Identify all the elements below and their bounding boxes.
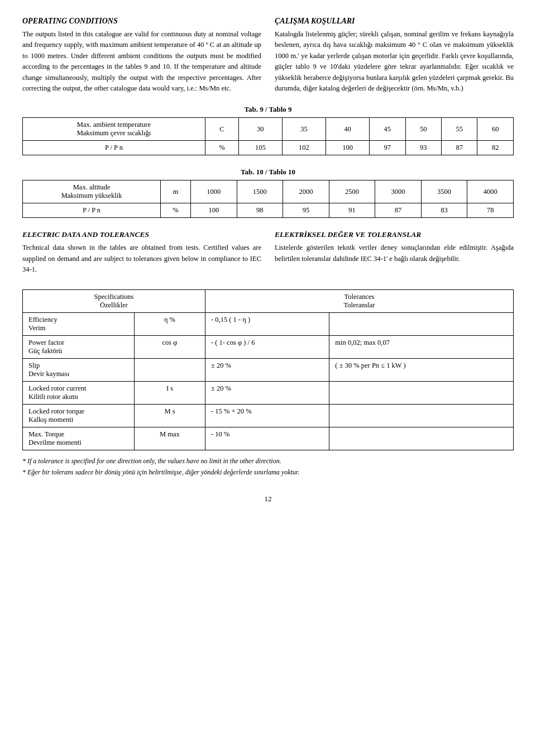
table10-row1-v2: 1500	[237, 180, 283, 203]
table-row: P / P n % 100 98 95 91 87 83 78	[23, 203, 514, 218]
table10-row1-label: Max. altitudeMaksimum yükseklik	[23, 180, 161, 203]
tol-symbol-5: M max	[135, 427, 205, 450]
tol-spec-0: EfficiencyVerim	[23, 313, 135, 336]
electric-right: ELEKTRİKSEL DEĞER VE TOLERANSLAR Listele…	[275, 230, 514, 284]
table10-row1-unit: m	[161, 180, 191, 203]
table9-row1-v2: 35	[282, 118, 326, 141]
table10-row1-v1: 1000	[191, 180, 237, 203]
table-row: Locked rotor currentKilitli rotor akımı …	[23, 382, 514, 405]
tol-value-1: - ( 1- cos φ ) / 6	[205, 336, 329, 359]
table9-row1-v6: 55	[442, 118, 477, 141]
table9-row2-v7: 82	[477, 141, 514, 155]
table10-row2-v7: 78	[467, 203, 514, 218]
tol-symbol-3: I s	[135, 382, 205, 405]
electric-left-title: ELECTRIC DATA AND TOLERANCES	[22, 230, 261, 239]
tol-symbol-2	[135, 359, 205, 382]
tol-extra-4	[329, 405, 514, 427]
tol-extra-5	[329, 427, 514, 450]
tol-spec-4: Locked rotor torqueKalkış momenti	[23, 405, 135, 427]
footnotes: * If a tolerance is specified for one di…	[22, 456, 514, 477]
footnote2: * Eğer bir tolerans sadece bir dönüş yön…	[22, 467, 514, 478]
table10-title: Tab. 10 / Tablo 10	[22, 168, 514, 177]
tol-spec-5: Max. TorqueDevrilme momenti	[23, 427, 135, 450]
tol-value-0: - 0,15 ( 1 - η )	[205, 313, 329, 336]
table9-row2-v4: 97	[370, 141, 405, 155]
table-row: EfficiencyVerim η % - 0,15 ( 1 - η )	[23, 313, 514, 336]
table9-row1-v7: 60	[477, 118, 514, 141]
table9-row2-label: P / P n	[23, 141, 205, 155]
table10-row1-v3: 2000	[283, 180, 329, 203]
left-section-body: The outputs listed in this catalogue are…	[22, 29, 261, 94]
table10-row2-v3: 95	[283, 203, 329, 218]
tolerances-table: SpecificationsÖzellikler TolerancesToler…	[22, 289, 514, 450]
right-calisma-kosullari: ÇALIŞMA KOŞULLARI Katalogda listelenmiş …	[275, 17, 514, 94]
table10-row2-v2: 98	[237, 203, 283, 218]
table9-row2-unit: %	[205, 141, 238, 155]
table-row: Locked rotor torqueKalkış momenti M s - …	[23, 405, 514, 427]
right-section-title: ÇALIŞMA KOŞULLARI	[275, 17, 514, 26]
table10-row2-unit: %	[161, 203, 191, 218]
tol-extra-3	[329, 382, 514, 405]
right-section-body: Katalogda listelenmiş güçler; sürekli ça…	[275, 29, 514, 94]
table9-title: Tab. 9 / Tablo 9	[22, 105, 514, 114]
table-row: P / P n % 105 102 100 97 93 87 82	[23, 141, 514, 155]
electric-left-body: Technical data shown in the tables are o…	[22, 243, 261, 275]
tol-spec-2: SlipDevir kayması	[23, 359, 135, 382]
table10: Max. altitudeMaksimum yükseklik m 1000 1…	[22, 180, 514, 218]
table10-row2-v1: 100	[191, 203, 237, 218]
left-section-title: OPERATING CONDITIONS	[22, 17, 261, 26]
table9-row1-v1: 30	[238, 118, 282, 141]
table-row: Max. altitudeMaksimum yükseklik m 1000 1…	[23, 180, 514, 203]
tol-symbol-4: M s	[135, 405, 205, 427]
table9-row1-v3: 40	[326, 118, 370, 141]
electric-left: ELECTRIC DATA AND TOLERANCES Technical d…	[22, 230, 261, 284]
tol-spec-3: Locked rotor currentKilitli rotor akımı	[23, 382, 135, 405]
table-row: SpecificationsÖzellikler TolerancesToler…	[23, 290, 514, 313]
tol-value-3: ± 20 %	[205, 382, 329, 405]
table-row: Max. TorqueDevrilme momenti M max - 10 %	[23, 427, 514, 450]
table9-row2-v1: 105	[238, 141, 282, 155]
table10-row1-v6: 3500	[421, 180, 467, 203]
tol-extra-2: ( ± 30 % per Pn ≤ 1 kW )	[329, 359, 514, 382]
table-row: SlipDevir kayması ± 20 % ( ± 30 % per Pn…	[23, 359, 514, 382]
table9-row1-unit: C	[205, 118, 238, 141]
table9-row2-v6: 87	[442, 141, 477, 155]
tol-symbol-0: η %	[135, 313, 205, 336]
tol-symbol-1: cos φ	[135, 336, 205, 359]
table10-row1-v7: 4000	[467, 180, 514, 203]
left-operating-conditions: OPERATING CONDITIONS The outputs listed …	[22, 17, 261, 94]
tol-value-2: ± 20 %	[205, 359, 329, 382]
footnote1: * If a tolerance is specified for one di…	[22, 456, 514, 467]
electric-right-title: ELEKTRİKSEL DEĞER VE TOLERANSLAR	[275, 230, 514, 239]
table9-row1-v5: 50	[405, 118, 441, 141]
tol-extra-0	[329, 313, 514, 336]
table9: Max. ambient temperatureMaksimum çevre s…	[22, 117, 514, 155]
table10-row1-v4: 2500	[329, 180, 375, 203]
table10-row2-label: P / P n	[23, 203, 161, 218]
table10-row2-v4: 91	[329, 203, 375, 218]
table9-row2-v2: 102	[282, 141, 326, 155]
electric-right-body: Listelerde gösterilen teknik veriler den…	[275, 243, 514, 264]
table-row: Power factorGüç faktörü cos φ - ( 1- cos…	[23, 336, 514, 359]
tol-extra-1: min 0,02; max 0,07	[329, 336, 514, 359]
tol-spec-1: Power factorGüç faktörü	[23, 336, 135, 359]
table9-row1-label: Max. ambient temperatureMaksimum çevre s…	[23, 118, 205, 141]
table9-row1-v4: 45	[370, 118, 405, 141]
tol-value-4: - 15 % + 20 %	[205, 405, 329, 427]
tolerances-header-tol: TolerancesToleranslar	[205, 290, 514, 313]
table-row: Max. ambient temperatureMaksimum çevre s…	[23, 118, 514, 141]
table9-row2-v5: 93	[405, 141, 441, 155]
page-number: 12	[22, 495, 514, 503]
table10-row2-v6: 83	[421, 203, 467, 218]
table9-row2-v3: 100	[326, 141, 370, 155]
tol-value-5: - 10 %	[205, 427, 329, 450]
table10-row2-v5: 87	[375, 203, 422, 218]
table10-row1-v5: 3000	[375, 180, 422, 203]
tolerances-header-spec: SpecificationsÖzellikler	[23, 290, 205, 313]
